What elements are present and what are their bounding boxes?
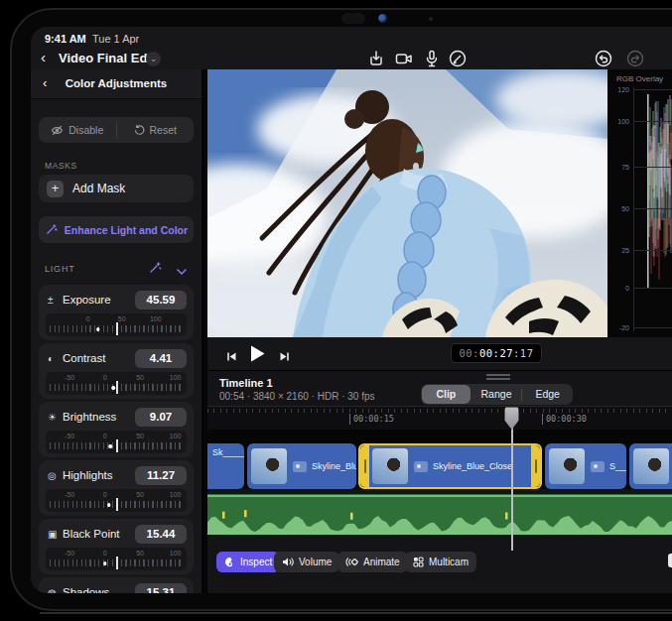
scale-label: -50 <box>65 374 74 381</box>
scale-label: 100 <box>170 491 182 498</box>
clip-thumbnail <box>251 448 287 484</box>
scale-label: 50 <box>136 374 144 381</box>
undo-button[interactable] <box>594 49 613 68</box>
clip-partial-right[interactable] <box>629 443 672 489</box>
pencil-tool-button[interactable] <box>448 49 468 68</box>
image-icon <box>293 461 307 472</box>
brightness-ruler[interactable]: -50050100 <box>46 431 187 453</box>
audio-track[interactable] <box>207 494 672 535</box>
contrast-ruler[interactable]: -50050100 <box>46 372 187 395</box>
redo-button[interactable] <box>625 49 645 68</box>
black-point-slider[interactable]: ▣ Black Point 15.44 -50050100 <box>39 519 194 574</box>
title-dropdown-chevron-icon[interactable]: ⌄ <box>146 52 161 66</box>
microphone-button[interactable] <box>422 49 442 68</box>
brightness-value: 9.07 <box>135 408 187 427</box>
camera-button[interactable] <box>394 49 414 68</box>
scale-label: 50 <box>136 550 144 557</box>
panel-title: Color Adjustments <box>31 77 202 89</box>
timeline-toolbar: Inspect Volume Animate Multicam <box>207 552 672 579</box>
mode-edge[interactable]: Edge <box>523 385 572 404</box>
clip-skyline-blue-wide[interactable]: Skyline_Blue_Wide <box>247 443 356 489</box>
scope-waveform <box>607 69 672 337</box>
value-dot <box>109 444 113 448</box>
black-point-ruler[interactable]: -50050100 <box>46 548 187 570</box>
brightness-icon: ☀ <box>48 412 63 423</box>
auto-enhance-icon[interactable] <box>148 261 162 279</box>
contrast-slider[interactable]: ◐ Contrast 4.41 -50050100 <box>39 343 194 399</box>
mode-clip[interactable]: Clip <box>422 385 470 404</box>
highlights-slider[interactable]: ◎ Highlights 11.27 -50050100 <box>39 460 194 516</box>
clip-partial-left[interactable]: Sk______ <box>207 443 244 489</box>
scale-label: 100 <box>170 433 182 439</box>
scale-label: 0 <box>103 433 107 439</box>
ruler-mark: 00:00:30 <box>542 414 587 425</box>
transport-bar: 00:00:27:17 <box>207 337 672 370</box>
viewer-video-preview[interactable] <box>207 69 607 337</box>
volume-icon <box>282 557 294 567</box>
value-dot <box>111 386 115 390</box>
status-time: 9:41 AM <box>45 33 86 45</box>
light-section-label: LIGHT <box>45 264 75 274</box>
inspect-icon <box>224 557 235 567</box>
play-button[interactable] <box>249 344 266 367</box>
back-chevron-icon[interactable]: ‹ <box>41 50 46 64</box>
status-date: Tue 1 Apr <box>92 33 139 45</box>
scope-gridline <box>633 167 672 168</box>
exposure-slider[interactable]: ± Exposure 45.59 050100 <box>39 285 194 340</box>
project-title[interactable]: Video Final Edit <box>59 51 155 65</box>
scope-gridline <box>633 250 672 251</box>
scale-label: 0 <box>103 550 107 557</box>
section-collapse-chevron-icon[interactable] <box>176 263 188 281</box>
center-line <box>116 381 118 394</box>
scale-label: 0 <box>103 374 107 381</box>
device-edge-highlight <box>40 612 672 614</box>
scale-label: 100 <box>150 315 162 322</box>
center-line <box>116 498 118 511</box>
center-line <box>116 557 118 569</box>
disable-button[interactable]: Disable <box>39 117 116 143</box>
value-dot <box>107 503 111 507</box>
clip-partial-s[interactable]: S______ <box>545 443 626 489</box>
enhance-light-color-button[interactable]: Enhance Light and Color <box>39 216 194 243</box>
video-track: Sk______ Skyline_Blue_Wide Skyline_Blue_… <box>207 443 672 489</box>
cutoff-control[interactable] <box>668 554 672 567</box>
scope-gridline <box>633 288 672 289</box>
value-dot <box>96 327 100 331</box>
clip-skyline-blue-close-selected[interactable]: Skyline_Blue_Close <box>358 443 542 489</box>
mode-range[interactable]: Range <box>472 385 521 404</box>
exposure-ruler[interactable]: 050100 <box>46 313 187 336</box>
scale-label: -50 <box>65 491 74 498</box>
inspect-button[interactable]: Inspect <box>216 552 280 572</box>
timeline-gap <box>207 430 672 443</box>
animate-button[interactable]: Animate <box>337 552 408 572</box>
trim-handle-left[interactable] <box>360 445 369 487</box>
timeline-panel: Timeline 1 00:54 · 3840 × 2160 · HDR · 3… <box>207 371 672 593</box>
add-mask-button[interactable]: + Add Mask <box>39 175 194 202</box>
timeline-name: Timeline 1 <box>219 377 273 389</box>
skip-to-end-button[interactable] <box>279 348 290 366</box>
multicam-button[interactable]: Multicam <box>405 552 476 572</box>
scale-label: 50 <box>136 491 144 498</box>
clip-thumbnail <box>549 448 585 484</box>
masks-section-label: MASKS <box>45 161 77 171</box>
highlights-ruler[interactable]: -50050100 <box>46 489 187 512</box>
sensor-dot-icon <box>429 17 433 21</box>
timecode-display[interactable]: 00:00:27:17 <box>451 343 542 363</box>
shadows-slider[interactable]: ◍ Shadows 15.31 -50050100 <box>39 577 194 593</box>
scope-gridline <box>633 89 672 90</box>
scale-label: 100 <box>170 374 182 381</box>
scope-gridline <box>633 121 672 122</box>
skip-to-start-button[interactable] <box>226 348 237 366</box>
timeline-info: 00:54 · 3840 × 2160 · HDR · 30 fps <box>219 391 374 402</box>
reset-button[interactable]: Reset <box>117 117 195 143</box>
brightness-slider[interactable]: ☀ Brightness 9.07 -50050100 <box>39 402 194 457</box>
image-icon <box>414 461 428 472</box>
import-media-button[interactable] <box>366 49 386 68</box>
front-camera-housing <box>341 13 365 24</box>
timeline-drag-handle[interactable] <box>486 374 510 380</box>
trim-handle-right[interactable] <box>531 445 540 487</box>
plus-minus-icon: ± <box>48 295 63 306</box>
timeline-ruler[interactable]: 00:00:15 00:00:30 <box>207 406 672 430</box>
volume-button[interactable]: Volume <box>274 552 339 572</box>
ruler-mark: 00:00:15 <box>349 414 394 425</box>
